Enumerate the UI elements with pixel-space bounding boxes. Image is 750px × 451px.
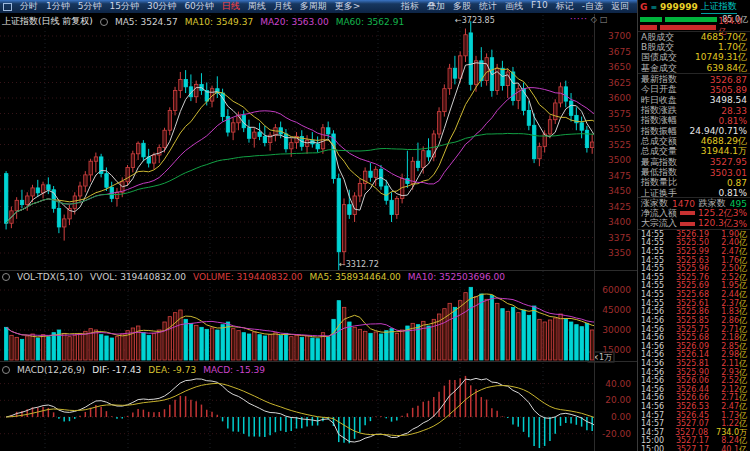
macd-indicator-label: MACD(12,26,9): [17, 365, 85, 375]
low-price-label: ←3312.72: [339, 260, 379, 269]
gauge-bar: [640, 17, 662, 22]
info-value: 3527.95: [710, 157, 747, 167]
chart-deco: ····· ◇ □: [570, 15, 607, 24]
gauge-bar: [640, 25, 657, 30]
svg-text:3375: 3375: [608, 233, 631, 243]
tick-unit: 亿: [739, 445, 747, 451]
svg-text:3350: 3350: [608, 248, 631, 258]
ma60-value: MA60: 3562.91: [336, 17, 404, 27]
dif-value: DIF: -17.43: [92, 365, 141, 375]
tick-list[interactable]: 14:553526.191.90亿14:553525.502.40亿14:553…: [638, 229, 750, 451]
vol-ma10-value: MA10: 352503696.00: [408, 272, 505, 282]
svg-text:3425: 3425: [608, 202, 631, 212]
info-value: 3505.89: [710, 85, 747, 95]
svg-text:3625: 3625: [608, 78, 631, 88]
volume-header: VOL-TDX(5,10) VVOL: 319440832.00 VOLUME:…: [2, 272, 505, 282]
vvol-value: VVOL: 319440832.00: [90, 272, 186, 282]
svg-text:3700: 3700: [608, 31, 631, 41]
svg-text:60000: 60000: [602, 285, 631, 295]
macd-value: MACD: -15.39: [203, 365, 265, 375]
svg-text:×1万: ×1万: [592, 353, 612, 362]
quote-panel-header: G ≡ 999999 上证指数: [638, 0, 750, 14]
buy-sell-gauges: 85.0亿104.0亿: [640, 15, 748, 31]
diamond-icon[interactable]: ◇: [591, 15, 597, 24]
svg-text:3550: 3550: [608, 124, 631, 134]
svg-text:-20.00: -20.00: [602, 429, 631, 439]
quote-panel: G ≡ 999999 上证指数 85.0亿104.0亿 A股成交4685.70亿…: [637, 0, 750, 451]
indicator-dot-icon[interactable]: [100, 18, 108, 26]
tick-volume: 40.1亿: [717, 444, 747, 451]
tick-price: 3527.17: [667, 445, 717, 451]
info-row: 基金成交639.84亿: [638, 63, 750, 73]
g-badge: G: [640, 2, 647, 12]
dea-value: DEA: -9.73: [148, 365, 196, 375]
info-value: 0.81%: [718, 116, 747, 126]
volume-value: VOLUME: 319440832.00: [193, 272, 302, 282]
flow-percent: 3%: [733, 208, 747, 218]
info-value: 3503.01: [710, 168, 747, 178]
money-flow-rows: 净流入额125.2亿3%大宗流入120.3亿3%: [638, 208, 750, 229]
flow-bar: [680, 222, 695, 226]
flow-bar: [680, 211, 695, 215]
svg-text:20.00: 20.00: [605, 395, 631, 405]
svg-text:3525: 3525: [608, 140, 631, 150]
stock-code[interactable]: 999999: [660, 2, 698, 12]
svg-text:3475: 3475: [608, 171, 631, 181]
info-value: 639.84亿: [707, 62, 748, 75]
svg-text:3575: 3575: [608, 109, 631, 119]
info-value: 3498.54: [710, 95, 747, 105]
svg-text:30000: 30000: [602, 325, 631, 335]
list-icon[interactable]: ≡: [650, 3, 657, 12]
vol-indicator-label: VOL-TDX(5,10): [17, 272, 83, 282]
info-value: 3526.87: [710, 75, 747, 85]
indicator-dot-icon[interactable]: [2, 366, 10, 374]
svg-text:0.00: 0.00: [611, 412, 631, 422]
high-price-label: ←3723.85: [455, 16, 495, 25]
tick-row: 15:003527.1740.1亿: [638, 445, 750, 451]
svg-text:3400: 3400: [608, 217, 631, 227]
ma20-value: MA20: 3563.00: [260, 17, 328, 27]
maximize-icon[interactable]: □: [600, 15, 608, 24]
svg-text:3675: 3675: [608, 47, 631, 57]
kline-chart[interactable]: 3350337534003425345034753500352535503575…: [0, 0, 637, 451]
svg-text:3500: 3500: [608, 155, 631, 165]
magenta-dots-icon: ·····: [570, 15, 588, 24]
svg-text:3450: 3450: [608, 186, 631, 196]
flow-percent: 3%: [733, 219, 747, 229]
flow-row: 大宗流入120.3亿3%: [638, 219, 750, 230]
svg-text:45000: 45000: [602, 305, 631, 315]
chart-title: 上证指数(日线 前复权): [2, 15, 93, 28]
svg-text:3600: 3600: [608, 93, 631, 103]
quote-info-rows: A股成交4685.70亿B股成交1.70亿国债成交10749.31亿基金成交63…: [638, 31, 750, 199]
tick-time: 15:00: [641, 445, 667, 451]
info-value: 28.33: [721, 106, 747, 116]
svg-text:40.00: 40.00: [605, 379, 631, 389]
gauge-bar: [665, 17, 717, 22]
info-value: 0.87: [727, 178, 747, 188]
indicator-dot-icon[interactable]: [2, 273, 10, 281]
gauge-bar: [660, 25, 715, 30]
ma5-value: MA5: 3524.57: [115, 17, 178, 27]
chart-title-bar: 上证指数(日线 前复权) MA5: 3524.57 MA10: 3549.37 …: [2, 15, 404, 28]
stock-name[interactable]: 上证指数: [701, 0, 737, 14]
ma10-value: MA10: 3549.37: [185, 17, 253, 27]
macd-header: MACD(12,26,9) DIF: -17.43 DEA: -9.73 MAC…: [2, 365, 265, 375]
svg-text:3650: 3650: [608, 62, 631, 72]
vol-ma5-value: MA5: 358934464.00: [309, 272, 400, 282]
